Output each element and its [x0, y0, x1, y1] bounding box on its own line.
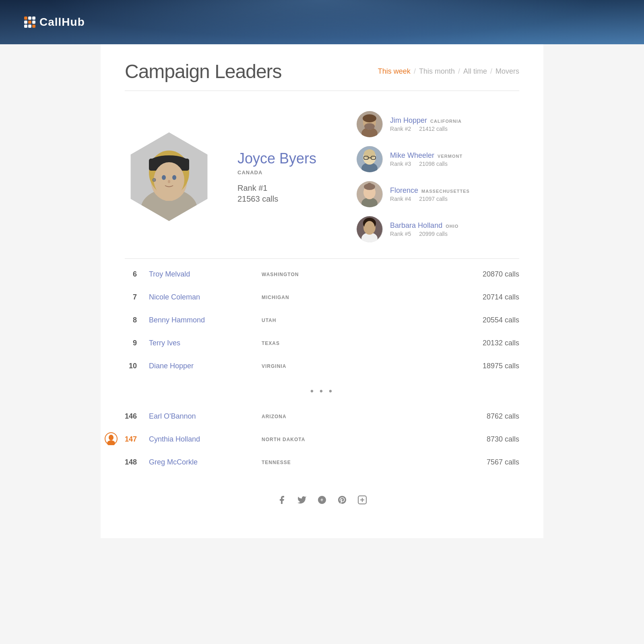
lb-calls-6: 20870 calls — [447, 270, 519, 279]
filter-this-month[interactable]: This month — [419, 67, 455, 76]
leaderboard: 6 Troy Melvald WASHINGTON 20870 calls 7 … — [125, 259, 519, 478]
svg-point-10 — [168, 180, 170, 183]
lb-rank-146: 146 — [125, 412, 149, 421]
lb-name-10: Diane Hopper — [149, 362, 262, 370]
table-row-current-user: 147 Cynthia Holland NORTH DAKOTA 8730 ca… — [125, 428, 519, 451]
lb-state-9: TEXAS — [262, 341, 447, 346]
runner-avatar-1 — [357, 111, 383, 137]
page-title: Campaign Leaders — [125, 60, 282, 83]
table-row: 8 Benny Hammond UTAH 20554 calls — [125, 309, 519, 332]
winner-country: CANADA — [237, 169, 316, 175]
runner-details-3: Florence MASSECHUSETTES Rank #4 21097 ca… — [390, 186, 470, 202]
lb-calls-146: 8762 calls — [447, 412, 519, 421]
table-row: 9 Terry Ives TEXAS 20132 calls — [125, 332, 519, 355]
table-row: 6 Troy Melvald WASHINGTON 20870 calls — [125, 263, 519, 286]
table-row: 7 Nicole Coleman MICHIGAN 20714 calls — [125, 286, 519, 309]
svg-point-28 — [367, 183, 372, 188]
lb-calls-9: 20132 calls — [447, 339, 519, 347]
runner-avatar-2 — [357, 146, 383, 172]
lb-name-146: Earl O'Bannon — [149, 412, 262, 421]
lb-calls-7: 20714 calls — [447, 293, 519, 301]
lb-state-10: VIRGINIA — [262, 363, 447, 369]
lb-name-7: Nicole Coleman — [149, 293, 262, 301]
top-section: Joyce Byers CANADA Rank #1 21563 calls — [125, 91, 519, 258]
svg-point-15 — [363, 114, 376, 122]
runner-item-4: Barbara Holland OHIO Rank #5 20999 calls — [357, 216, 519, 242]
runner-state-2: VERMONT — [438, 154, 462, 159]
runner-rank-calls-1: Rank #2 21412 calls — [390, 126, 462, 132]
svg-point-16 — [364, 123, 375, 130]
winner-avatar — [125, 132, 213, 221]
current-user-indicator — [105, 432, 118, 447]
filter-this-week[interactable]: This week — [378, 67, 411, 76]
table-row: 148 Greg McCorkle TENNESSE 7567 calls — [125, 451, 519, 474]
lb-state-147: NORTH DAKOTA — [262, 437, 447, 442]
lb-state-8: UTAH — [262, 318, 447, 323]
lb-rank-148: 148 — [125, 458, 149, 466]
lb-rank-6: 6 — [125, 270, 149, 279]
lb-name-9: Terry Ives — [149, 339, 262, 347]
pinterest-icon[interactable] — [336, 494, 348, 506]
title-bar: Campaign Leaders This week / This month … — [125, 44, 519, 91]
logo-area: CallHub — [24, 16, 85, 29]
runner-name-1: Jim Hopper — [390, 116, 427, 125]
winner-rank: Rank #1 — [237, 184, 316, 193]
runner-name-2: Mike Wheeler — [390, 151, 434, 160]
lb-calls-8: 20554 calls — [447, 316, 519, 324]
lb-calls-147: 8730 calls — [447, 435, 519, 444]
runner-name-4: Barbara Holland — [390, 221, 442, 230]
runner-item-2: Mike Wheeler VERMONT Rank #3 21098 calls — [357, 146, 519, 172]
lb-name-6: Troy Melvald — [149, 270, 262, 279]
runner-rank-calls-2: Rank #3 21098 calls — [390, 161, 462, 167]
logo-grid-icon — [24, 17, 35, 28]
filter-movers[interactable]: Movers — [495, 67, 519, 76]
filter-all-time[interactable]: All time — [463, 67, 487, 76]
table-row: 10 Diane Hopper VIRGINIA 18975 calls — [125, 355, 519, 378]
runner-details-4: Barbara Holland OHIO Rank #5 20999 calls — [390, 221, 458, 237]
lb-rank-7: 7 — [125, 293, 149, 301]
lb-name-8: Benny Hammond — [149, 316, 262, 324]
add-icon[interactable] — [356, 494, 368, 506]
social-footer: g+ — [125, 478, 519, 514]
lb-state-146: ARIZONA — [262, 414, 447, 419]
lb-rank-8: 8 — [125, 316, 149, 324]
runner-state-1: CALIFORNIA — [430, 119, 462, 124]
svg-text:g+: g+ — [319, 498, 324, 502]
runner-rank-calls-3: Rank #4 21097 calls — [390, 196, 470, 202]
runner-state-4: OHIO — [446, 224, 458, 229]
lb-state-148: TENNESSE — [262, 460, 447, 465]
main-content: Campaign Leaders This week / This month … — [101, 44, 543, 538]
svg-point-9 — [172, 175, 176, 180]
facebook-icon[interactable] — [276, 494, 288, 506]
lb-rank-9: 9 — [125, 339, 149, 347]
lb-rank-147: 147 — [125, 435, 149, 444]
svg-point-35 — [109, 435, 114, 440]
svg-point-8 — [162, 175, 166, 180]
winner-info: Joyce Byers CANADA Rank #1 21563 calls — [237, 150, 316, 204]
lb-state-7: MICHIGAN — [262, 295, 447, 300]
header: CallHub — [0, 0, 644, 44]
runner-rank-calls-4: Rank #5 20999 calls — [390, 231, 458, 237]
table-row: 146 Earl O'Bannon ARIZONA 8762 calls — [125, 405, 519, 428]
lb-name-147: Cynthia Holland — [149, 435, 262, 444]
lb-calls-148: 7567 calls — [447, 458, 519, 466]
runner-details-1: Jim Hopper CALIFORNIA Rank #2 21412 call… — [390, 116, 462, 132]
logo-text: CallHub — [39, 16, 85, 29]
runner-details-2: Mike Wheeler VERMONT Rank #3 21098 calls — [390, 151, 462, 167]
runner-item-3: Florence MASSECHUSETTES Rank #4 21097 ca… — [357, 181, 519, 207]
google-plus-icon[interactable]: g+ — [316, 494, 328, 506]
lb-state-6: WASHINGTON — [262, 272, 447, 277]
svg-point-33 — [364, 221, 375, 234]
runner-state-3: MASSECHUSETTES — [421, 189, 470, 194]
winner-avatar-container — [125, 132, 213, 221]
lb-calls-10: 18975 calls — [447, 362, 519, 370]
ellipsis: • • • — [125, 378, 519, 405]
winner-calls: 21563 calls — [237, 194, 316, 204]
winner-avatar-image — [125, 132, 213, 221]
runner-avatar-3 — [357, 181, 383, 207]
twitter-icon[interactable] — [296, 494, 308, 506]
winner-name: Joyce Byers — [237, 150, 316, 167]
lb-name-148: Greg McCorkle — [149, 458, 262, 466]
runners-up-list: Jim Hopper CALIFORNIA Rank #2 21412 call… — [357, 111, 519, 242]
runner-item-1: Jim Hopper CALIFORNIA Rank #2 21412 call… — [357, 111, 519, 137]
